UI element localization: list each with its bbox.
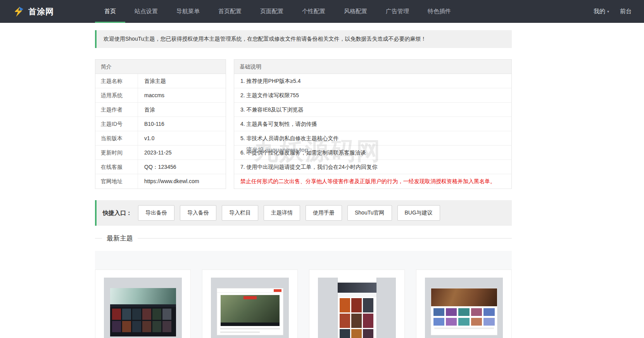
instruction-item: 6. 不提供个性化修改服务，如需定制请联系客服洽谈 [234, 146, 511, 160]
theme-thumbnail-video-player [211, 278, 289, 338]
navbar-right: 我的 ▾ 前台 [588, 0, 644, 23]
instruction-item: 3. 不兼容IE8及以下浏览器 [234, 103, 511, 117]
quick-entry-bar: 快捷入口： 导出备份 导入备份 导入栏目 主题详情 使用手册 ShouTu官网 … [95, 200, 512, 226]
table-row: 官网地址 https://www.dkewl.com [95, 174, 226, 189]
nav-item-home[interactable]: 首页 [95, 0, 125, 23]
theme-thumbnail-brown-banner-site [425, 278, 503, 338]
intro-panel-title: 简介 [95, 60, 226, 74]
instruction-item: 2. 主题文件读写权限755 [234, 88, 511, 103]
section-title-text: 最新主题 [107, 234, 133, 243]
row-label: 在线客服 [95, 160, 138, 174]
nav-item-featured-plugins[interactable]: 特色插件 [418, 0, 460, 23]
logo-text: 首涂网 [28, 6, 54, 17]
theme-card[interactable] [309, 269, 405, 338]
nav-item-nav-menu[interactable]: 导航菜单 [167, 0, 209, 23]
instructions-panel: 基础说明 1. 推荐使用PHP版本≥5.4 2. 主题文件读写权限755 3. … [234, 59, 512, 189]
table-row: 适用系统 maccms [95, 88, 226, 103]
nav-item-ad-management[interactable]: 广告管理 [376, 0, 418, 23]
row-label: 更新时间 [95, 146, 138, 160]
nav-item-home-config[interactable]: 首页配置 [209, 0, 251, 23]
intro-panel-body: 主题名称 首涂主题 适用系统 maccms 主题作者 首涂 主题ID号 B10-… [95, 74, 226, 189]
row-value: 首涂 [138, 103, 155, 117]
top-navbar: 首涂网 首页 站点设置 导航菜单 首页配置 页面配置 个性配置 风格配置 广告管… [0, 0, 644, 23]
divider-line [138, 238, 512, 238]
theme-card[interactable] [95, 269, 191, 338]
latest-themes-heading: 最新主题 [95, 234, 512, 243]
instruction-item: 5. 非技术人员请勿私自修改主题核心文件 [234, 131, 511, 146]
instructions-panel-title: 基础说明 [234, 60, 511, 74]
import-categories-button[interactable]: 导入栏目 [222, 205, 258, 221]
theme-card[interactable] [416, 269, 512, 338]
export-backup-button[interactable]: 导出备份 [138, 205, 174, 221]
divider-line [95, 238, 102, 238]
row-value: 2023-11-25 [138, 146, 172, 160]
row-value: 首涂主题 [138, 74, 166, 88]
intro-panel: 简介 主题名称 首涂主题 适用系统 maccms 主题作者 首涂 主题ID号 B… [95, 59, 226, 189]
table-row: 更新时间 2023-11-25 [95, 146, 226, 160]
row-value: v1.0 [138, 131, 154, 145]
row-label: 官网地址 [95, 174, 138, 189]
nav-item-page-config[interactable]: 页面配置 [251, 0, 293, 23]
row-label: 主题作者 [95, 103, 138, 117]
row-value: maccms [138, 88, 164, 102]
instruction-item: 4. 主题具备可复制性，请勿传播 [234, 117, 511, 131]
logo-icon [13, 6, 24, 17]
instructions-panel-body: 1. 推荐使用PHP版本≥5.4 2. 主题文件读写权限755 3. 不兼容IE… [234, 74, 511, 189]
info-panels: 简介 主题名称 首涂主题 适用系统 maccms 主题作者 首涂 主题ID号 B… [95, 59, 512, 189]
main-nav: 首页 站点设置 导航菜单 首页配置 页面配置 个性配置 风格配置 广告管理 特色… [95, 0, 588, 23]
official-site-button[interactable]: ShouTu官网 [347, 205, 392, 221]
bug-suggestion-button[interactable]: BUG与建议 [397, 205, 440, 221]
instruction-item: 7. 使用中出现问题请提交工单，我们会在24小时内回复你 [234, 160, 511, 174]
license-warning-text: 禁止任何形式的二次出售、分享他人等侵害作者及正版用户的行为，一经发现取消授权资格… [234, 174, 511, 189]
table-row: 当前版本 v1.0 [95, 131, 226, 146]
row-label: 主题名称 [95, 74, 138, 88]
table-row: 主题作者 首涂 [95, 103, 226, 117]
theme-thumbnail-dark-movie-site [104, 278, 182, 338]
row-label: 适用系统 [95, 88, 138, 102]
theme-thumbnail-mobile-app [318, 278, 396, 338]
table-row: 主题ID号 B10-116 [95, 117, 226, 131]
nav-item-style-config[interactable]: 风格配置 [335, 0, 376, 23]
theme-card[interactable] [202, 269, 298, 338]
theme-details-button[interactable]: 主题详情 [264, 205, 300, 221]
main-content: 欢迎使用ShouTu主题，您已获得授权使用本主题管理系统，在您配置或修改文件前请… [95, 30, 512, 338]
nav-item-frontend[interactable]: 前台 [615, 0, 637, 23]
official-site-url: https://www.dkewl.com [138, 174, 199, 189]
row-label: 当前版本 [95, 131, 138, 145]
row-value: B10-116 [138, 117, 164, 131]
theme-cards-grid [95, 251, 512, 338]
quick-entry-label: 快捷入口： [103, 209, 132, 217]
row-label: 主题ID号 [95, 117, 138, 131]
welcome-text: 欢迎使用ShouTu主题，您已获得授权使用本主题管理系统，在您配置或修改文件前请… [104, 36, 426, 42]
nav-item-site-settings[interactable]: 站点设置 [125, 0, 167, 23]
nav-item-my-dropdown[interactable]: 我的 ▾ [588, 0, 615, 23]
import-backup-button[interactable]: 导入备份 [180, 205, 216, 221]
logo[interactable]: 首涂网 [0, 0, 95, 23]
table-row: 主题名称 首涂主题 [95, 74, 226, 88]
row-value: QQ：123456 [138, 160, 176, 174]
user-manual-button[interactable]: 使用手册 [306, 205, 342, 221]
chevron-down-icon: ▾ [607, 9, 609, 14]
welcome-banner: 欢迎使用ShouTu主题，您已获得授权使用本主题管理系统，在您配置或修改文件前请… [95, 30, 512, 48]
instruction-item: 1. 推荐使用PHP版本≥5.4 [234, 74, 511, 88]
my-label: 我的 [594, 8, 605, 15]
table-row: 在线客服 QQ：123456 [95, 160, 226, 174]
nav-item-personalize-config[interactable]: 个性配置 [293, 0, 335, 23]
